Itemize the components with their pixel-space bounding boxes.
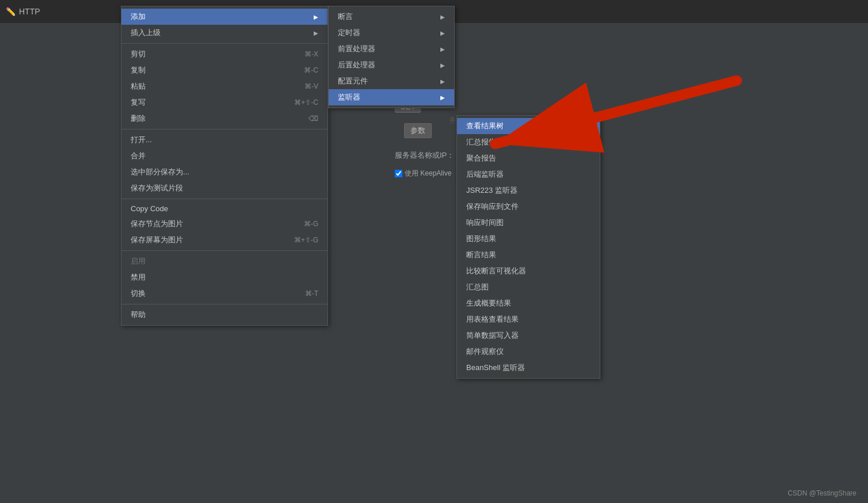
menu1-item-label-5: 粘贴: [131, 81, 293, 92]
menu2-item-arrow-0: ▶: [440, 14, 445, 20]
menu2-item-3[interactable]: 后置处理器▶: [329, 57, 454, 73]
menu1-item-shortcut-5: ⌘-V: [304, 82, 318, 90]
menu3-item-0[interactable]: 查看结果树: [457, 118, 600, 134]
menu1-item-label-12: 保存为测试片段: [131, 183, 318, 193]
menu1-item-4[interactable]: 复制⌘-C: [121, 62, 328, 78]
menu2-item-2[interactable]: 前置处理器▶: [329, 41, 454, 57]
menu1-item-shortcut-6: ⌘+⇧-C: [294, 98, 318, 106]
title-text: HTTP: [19, 7, 40, 16]
menu3-item-7[interactable]: 图形结果: [457, 231, 600, 247]
menu1-item-shortcut-3: ⌘-X: [304, 50, 318, 58]
menu2-item-label-2: 前置处理器: [338, 44, 436, 54]
menu1-item-label-15: 保存节点为图片: [131, 219, 292, 229]
menu1-item-1[interactable]: 插入上级▶: [121, 25, 328, 41]
menu1-item-label-10: 合并: [131, 151, 318, 161]
menu1-separator-17: [121, 250, 328, 251]
menu1-item-shortcut-15: ⌘-G: [304, 220, 318, 228]
menu1-item-0[interactable]: 添加▶: [121, 9, 328, 25]
menu1-item-9[interactable]: 打开...: [121, 132, 328, 148]
menu1-item-label-0: 添加: [131, 12, 309, 22]
pencil-icon: ✏️: [6, 7, 16, 16]
menu1-item-label-7: 删除: [131, 113, 297, 124]
keepalive-checkbox-label[interactable]: 使用 KeepAlive: [395, 169, 451, 178]
method-row: GET: [386, 97, 868, 116]
menu3-item-1[interactable]: 汇总报告: [457, 134, 600, 150]
menu2-item-arrow-3: ▶: [440, 62, 445, 68]
menu1-item-3[interactable]: 剪切⌘-X: [121, 46, 328, 62]
menu1-item-20[interactable]: 切换⌘-T: [121, 285, 328, 302]
menu1-item-label-18: 启用: [131, 256, 318, 266]
menu3-item-14[interactable]: 邮件观察仪: [457, 344, 600, 360]
menu1-item-label-3: 剪切: [131, 49, 293, 59]
menu1-item-6[interactable]: 复写⌘+⇧-C: [121, 94, 328, 110]
menu3-item-label-15: BeanShell 监听器: [466, 363, 591, 373]
menu2-item-0[interactable]: 断言▶: [329, 9, 454, 25]
panel-title: HTTP请求: [386, 23, 868, 47]
menu3-item-15[interactable]: BeanShell 监听器: [457, 360, 600, 376]
menu3-item-10[interactable]: 汇总图: [457, 279, 600, 295]
menu3-item-11[interactable]: 生成概要结果: [457, 295, 600, 311]
menu1-item-label-16: 保存屏幕为图片: [131, 235, 283, 245]
menu1-item-label-11: 选中部分保存为...: [131, 167, 318, 177]
keepalive-checkbox[interactable]: [395, 170, 402, 177]
menu3-item-6[interactable]: 响应时间图: [457, 215, 600, 231]
menu3-item-label-3: 后端监听器: [466, 169, 591, 180]
menu3-item-label-10: 汇总图: [466, 282, 591, 292]
menu3-item-8[interactable]: 断言结果: [457, 247, 600, 263]
menu1-item-label-4: 复制: [131, 65, 292, 75]
menu2-item-label-0: 断言: [338, 12, 436, 22]
context-menu-level1: 添加▶插入上级▶剪切⌘-X复制⌘-C粘贴⌘-V复写⌘+⇧-C删除⌫打开...合并…: [121, 6, 328, 326]
menu3-item-label-12: 用表格查看结果: [466, 314, 591, 325]
menu2-item-4[interactable]: 配置元件▶: [329, 73, 454, 89]
menu3-item-5[interactable]: 保存响应到文件: [457, 199, 600, 215]
menu3-item-label-8: 断言结果: [466, 250, 591, 260]
menu1-item-22[interactable]: 帮助: [121, 307, 328, 323]
menu3-item-label-13: 简单数据写入器: [466, 330, 591, 341]
menu2-item-label-5: 监听器: [338, 92, 436, 102]
menu3-item-4[interactable]: JSR223 监听器: [457, 182, 600, 199]
menu1-separator-2: [121, 43, 328, 44]
menu1-item-label-6: 复写: [131, 97, 283, 108]
menu2-item-arrow-4: ▶: [440, 78, 445, 85]
menu3-item-label-0: 查看结果树: [466, 121, 591, 131]
menu1-item-7[interactable]: 删除⌫: [121, 110, 328, 127]
menu3-item-label-9: 比较断言可视化器: [466, 266, 591, 276]
menu2-item-arrow-2: ▶: [440, 46, 445, 52]
menu3-item-label-11: 生成概要结果: [466, 298, 591, 308]
menu1-item-label-20: 切换: [131, 288, 294, 299]
keepalive-label: 使用 KeepAlive: [405, 169, 451, 178]
menu1-item-14[interactable]: Copy Code: [121, 201, 328, 216]
menu3-item-13[interactable]: 简单数据写入器: [457, 327, 600, 344]
menu3-item-label-4: JSR223 监听器: [466, 185, 591, 196]
menu2-item-label-1: 定时器: [338, 28, 436, 38]
menu3-item-9[interactable]: 比较断言可视化器: [457, 263, 600, 279]
menu1-item-arrow-1: ▶: [314, 30, 318, 36]
params-button[interactable]: 参数: [404, 123, 432, 138]
menu1-item-shortcut-16: ⌘+⇧-G: [294, 236, 318, 244]
menu2-item-arrow-1: ▶: [440, 30, 445, 36]
menu2-item-5[interactable]: 监听器▶: [329, 89, 454, 105]
menu2-item-1[interactable]: 定时器▶: [329, 25, 454, 41]
menu3-item-label-2: 聚合报告: [466, 153, 591, 163]
server-label: 服务器名称或IP：: [395, 150, 454, 161]
menu1-item-16[interactable]: 保存屏幕为图片⌘+⇧-G: [121, 232, 328, 248]
menu1-item-15[interactable]: 保存节点为图片⌘-G: [121, 216, 328, 232]
context-menu-level3: 查看结果树汇总报告聚合报告后端监听器JSR223 监听器保存响应到文件响应时间图…: [456, 115, 600, 379]
menu1-item-5[interactable]: 粘贴⌘-V: [121, 78, 328, 94]
watermark: CSDN @TestingShare: [787, 489, 856, 497]
menu1-item-11[interactable]: 选中部分保存为...: [121, 164, 328, 180]
menu3-item-2[interactable]: 聚合报告: [457, 150, 600, 166]
menu1-item-shortcut-7: ⌫: [309, 115, 318, 123]
menu1-item-10[interactable]: 合并: [121, 148, 328, 164]
menu1-item-label-9: 打开...: [131, 135, 318, 145]
menu1-item-label-1: 插入上级: [131, 28, 309, 38]
menu3-item-12[interactable]: 用表格查看结果: [457, 311, 600, 327]
menu3-item-3[interactable]: 后端监听器: [457, 166, 600, 182]
menu1-separator-13: [121, 199, 328, 199]
context-menu-level2: 断言▶定时器▶前置处理器▶后置处理器▶配置元件▶监听器▶: [328, 6, 455, 108]
menu1-item-19[interactable]: 禁用: [121, 269, 328, 285]
menu1-item-label-19: 禁用: [131, 272, 318, 283]
menu1-item-12[interactable]: 保存为测试片段: [121, 180, 328, 196]
menu1-item-arrow-0: ▶: [314, 14, 318, 20]
menu3-item-label-7: 图形结果: [466, 234, 591, 244]
